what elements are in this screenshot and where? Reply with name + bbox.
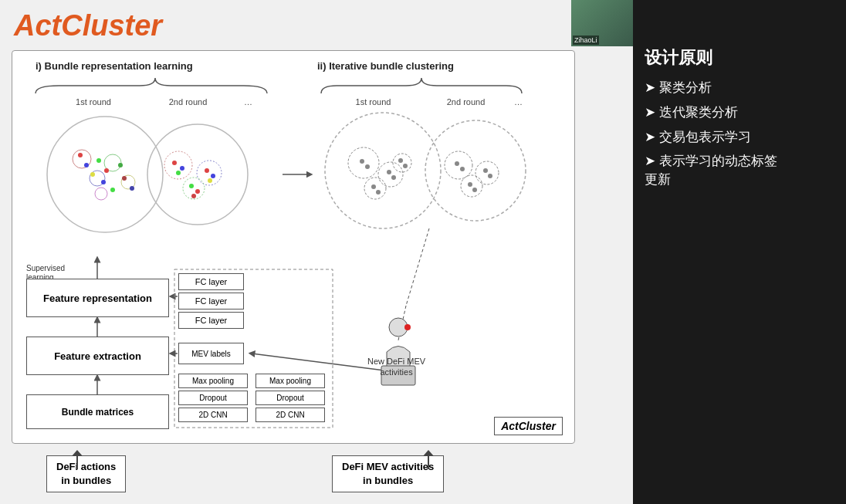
svg-point-28 bbox=[189, 184, 194, 188]
section2-label: ii) Iterative bundle clustering bbox=[317, 60, 454, 72]
mev-labels-box: MEV labels bbox=[178, 343, 244, 364]
svg-point-12 bbox=[90, 172, 95, 177]
dropout-left: Dropout bbox=[178, 391, 248, 405]
cnn-group-left: Max pooling Dropout 2D CNN bbox=[178, 374, 248, 425]
svg-point-11 bbox=[96, 158, 101, 163]
svg-point-10 bbox=[84, 163, 89, 167]
main-diagram: i) Bundle representation learning ii) It… bbox=[12, 50, 575, 444]
svg-point-47 bbox=[455, 161, 459, 166]
svg-line-60 bbox=[398, 306, 406, 340]
svg-point-39 bbox=[391, 175, 396, 180]
new-defi-label: New DeFi MEV activities bbox=[367, 356, 425, 378]
svg-point-32 bbox=[348, 147, 379, 178]
svg-point-19 bbox=[164, 151, 192, 179]
svg-point-43 bbox=[403, 164, 408, 168]
cnn-right: 2D CNN bbox=[255, 408, 325, 422]
slide-title: ActCluster bbox=[14, 9, 162, 42]
svg-point-23 bbox=[180, 166, 184, 171]
svg-point-9 bbox=[78, 153, 83, 157]
iter-round2-label: 2nd round bbox=[441, 97, 491, 107]
svg-point-15 bbox=[110, 188, 115, 192]
svg-point-46 bbox=[461, 175, 482, 197]
svg-marker-66 bbox=[72, 450, 83, 456]
svg-point-26 bbox=[211, 174, 215, 178]
slide-area: ActCluster ZihaoLi bbox=[0, 0, 633, 504]
svg-point-18 bbox=[118, 163, 123, 167]
svg-point-50 bbox=[488, 174, 492, 178]
iter-round1-label: 1st round bbox=[348, 97, 398, 107]
svg-point-22 bbox=[172, 161, 177, 165]
bundle-round2-label: 2nd round bbox=[163, 97, 213, 107]
svg-point-62 bbox=[389, 318, 408, 337]
fc-layer-2: FC layer bbox=[178, 293, 244, 310]
max-pool-left: Max pooling bbox=[178, 374, 248, 388]
svg-point-37 bbox=[365, 164, 370, 169]
sidebar: 设计原则 ➤ 聚类分析 ➤ 迭代聚类分析 ➤ 交易包表示学习 ➤ 表示学习的动态… bbox=[633, 0, 846, 504]
bottom-left-arrow bbox=[66, 450, 89, 469]
svg-point-16 bbox=[122, 176, 127, 181]
svg-point-6 bbox=[104, 154, 121, 171]
presenter-name: ZihaoLi bbox=[573, 36, 599, 45]
sidebar-item-2: ➤ 迭代聚类分析 bbox=[645, 103, 834, 122]
svg-point-24 bbox=[176, 171, 181, 175]
svg-point-27 bbox=[208, 178, 212, 183]
svg-point-36 bbox=[360, 159, 364, 164]
bundle-ellipsis: … bbox=[244, 97, 252, 107]
svg-point-35 bbox=[393, 154, 411, 172]
sidebar-item-4: ➤ 表示学习的动态标签 更新 bbox=[645, 152, 834, 189]
actcluster-diagram-label: ActCluster bbox=[494, 417, 563, 435]
cnn-group-right: Max pooling Dropout 2D CNN bbox=[255, 374, 325, 425]
sidebar-item-3: ➤ 交易包表示学习 bbox=[645, 128, 834, 147]
svg-point-30 bbox=[191, 194, 196, 198]
svg-marker-68 bbox=[423, 450, 434, 456]
svg-point-5 bbox=[90, 171, 105, 186]
fc-layer-3: FC layer bbox=[178, 312, 244, 329]
svg-point-8 bbox=[95, 188, 107, 200]
fc-layers-group: FC layer FC layer FC layer bbox=[178, 273, 244, 331]
svg-point-41 bbox=[376, 190, 381, 194]
svg-point-21 bbox=[183, 178, 205, 199]
dropout-right: Dropout bbox=[255, 391, 325, 405]
sidebar-item-1: ➤ 聚类分析 bbox=[645, 79, 834, 97]
svg-point-33 bbox=[378, 162, 403, 187]
fc-layer-1: FC layer bbox=[178, 273, 244, 290]
cnn-left: 2D CNN bbox=[178, 408, 248, 422]
iter-ellipsis: … bbox=[514, 97, 523, 107]
svg-point-48 bbox=[460, 167, 465, 171]
svg-point-14 bbox=[101, 180, 106, 184]
svg-point-40 bbox=[371, 184, 376, 189]
svg-point-42 bbox=[398, 158, 403, 163]
feature-ext-box: Feature extraction bbox=[26, 337, 169, 375]
svg-line-59 bbox=[406, 228, 429, 306]
sidebar-text-area: 设计原则 ➤ 聚类分析 ➤ 迭代聚类分析 ➤ 交易包表示学习 ➤ 表示学习的动态… bbox=[633, 0, 846, 211]
svg-point-7 bbox=[121, 175, 135, 189]
presenter-thumb: ZihaoLi bbox=[571, 0, 633, 46]
svg-point-0 bbox=[47, 117, 163, 232]
svg-point-4 bbox=[73, 150, 91, 168]
svg-point-51 bbox=[468, 182, 472, 187]
bottom-right-arrow bbox=[417, 450, 440, 469]
bundle-round1-label: 1st round bbox=[70, 97, 117, 107]
svg-point-38 bbox=[387, 170, 391, 174]
svg-point-13 bbox=[104, 168, 109, 173]
svg-point-25 bbox=[205, 168, 209, 173]
svg-point-20 bbox=[197, 161, 222, 185]
feature-rep-box: Feature representation bbox=[26, 279, 169, 317]
svg-point-17 bbox=[130, 186, 134, 191]
bundle-mat-box: Bundle matrices bbox=[26, 394, 169, 429]
max-pool-right: Max pooling bbox=[255, 374, 325, 388]
svg-point-44 bbox=[445, 151, 472, 179]
svg-point-45 bbox=[475, 161, 499, 184]
svg-point-29 bbox=[195, 189, 200, 194]
svg-point-64 bbox=[404, 324, 411, 330]
svg-point-49 bbox=[483, 168, 488, 173]
svg-point-1 bbox=[147, 124, 248, 225]
svg-point-3 bbox=[425, 120, 526, 221]
sidebar-heading: 设计原则 bbox=[645, 46, 834, 69]
svg-point-2 bbox=[325, 113, 441, 228]
section1-label: i) Bundle representation learning bbox=[36, 60, 193, 72]
svg-point-34 bbox=[364, 178, 386, 199]
svg-point-52 bbox=[472, 188, 477, 192]
